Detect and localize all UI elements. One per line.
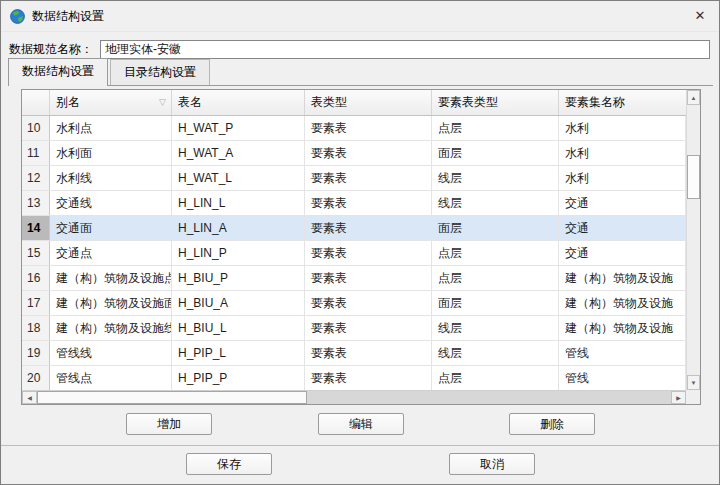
table-cell[interactable]: 线层 (432, 341, 559, 365)
scroll-up-icon[interactable]: ▲ (687, 90, 700, 105)
table-cell[interactable]: 要素表 (305, 291, 432, 315)
table-cell[interactable]: 面层 (432, 291, 559, 315)
column-header[interactable]: 要素表类型 (432, 90, 559, 115)
vertical-scrollbar-thumb[interactable] (687, 155, 700, 199)
table-cell[interactable]: 要素表 (305, 366, 432, 390)
table-cell[interactable]: H_PIP_P (172, 366, 305, 390)
table-cell[interactable]: 交通线 (50, 191, 172, 215)
table-cell[interactable]: 要素表 (305, 216, 432, 240)
table-cell[interactable]: 点层 (432, 241, 559, 265)
table-cell[interactable]: H_WAT_A (172, 141, 305, 165)
table-cell[interactable]: 面层 (432, 141, 559, 165)
table-row[interactable]: 16建（构）筑物及设施点H_BIU_P要素表点层建（构）筑物及设施 (22, 266, 686, 291)
table-cell[interactable]: 管线线 (50, 341, 172, 365)
table-row[interactable]: 15交通点H_LIN_P要素表点层交通 (22, 241, 686, 266)
table-cell[interactable]: 建（构）筑物及设施 (559, 291, 686, 315)
table-cell[interactable]: 水利线 (50, 166, 172, 190)
table-cell[interactable]: H_LIN_A (172, 216, 305, 240)
table-cell[interactable]: 管线 (559, 341, 686, 365)
column-header[interactable]: 表类型 (305, 90, 432, 115)
table-cell[interactable]: 要素表 (305, 141, 432, 165)
table-cell[interactable]: 水利 (559, 141, 686, 165)
table-cell[interactable]: 要素表 (305, 191, 432, 215)
table-cell[interactable]: 管线点 (50, 366, 172, 390)
table-cell[interactable]: 水利 (559, 166, 686, 190)
scroll-down-icon[interactable]: ▼ (687, 375, 700, 390)
table-cell[interactable]: 要素表 (305, 341, 432, 365)
row-number-cell[interactable]: 13 (22, 191, 50, 215)
table-cell[interactable]: 建（构）筑物及设施线 (50, 316, 172, 340)
spec-name-input[interactable] (100, 40, 710, 59)
header-corner-cell[interactable] (22, 90, 50, 115)
add-button[interactable]: 增加 (126, 413, 212, 435)
table-cell[interactable]: 交通 (559, 241, 686, 265)
row-number-cell[interactable]: 19 (22, 341, 50, 365)
table-cell[interactable]: 交通面 (50, 216, 172, 240)
table-row[interactable]: 10水利点H_WAT_P要素表点层水利 (22, 116, 686, 141)
table-cell[interactable]: 点层 (432, 116, 559, 140)
table-cell[interactable]: 点层 (432, 266, 559, 290)
table-cell[interactable]: 水利 (559, 116, 686, 140)
column-header[interactable]: 要素集名称 (559, 90, 686, 115)
table-cell[interactable]: H_LIN_P (172, 241, 305, 265)
table-cell[interactable]: 要素表 (305, 241, 432, 265)
table-cell[interactable]: H_BIU_L (172, 316, 305, 340)
table-row[interactable]: 11水利面H_WAT_A要素表面层水利 (22, 141, 686, 166)
table-cell[interactable]: 要素表 (305, 116, 432, 140)
close-icon[interactable]: ✕ (681, 1, 719, 30)
table-row[interactable]: 19管线线H_PIP_L要素表线层管线 (22, 341, 686, 366)
edit-button[interactable]: 编辑 (318, 413, 404, 435)
cancel-button[interactable]: 取消 (449, 453, 535, 475)
row-number-cell[interactable]: 12 (22, 166, 50, 190)
row-number-cell[interactable]: 11 (22, 141, 50, 165)
table-cell[interactable]: H_WAT_L (172, 166, 305, 190)
table-cell[interactable]: 要素表 (305, 266, 432, 290)
table-cell[interactable]: 交通 (559, 216, 686, 240)
table-cell[interactable]: H_LIN_L (172, 191, 305, 215)
table-cell[interactable]: 水利点 (50, 116, 172, 140)
table-cell[interactable]: 管线 (559, 366, 686, 390)
table-cell[interactable]: 线层 (432, 316, 559, 340)
table-row[interactable]: 20管线点H_PIP_P要素表点层管线 (22, 366, 686, 390)
tab-directory-structure[interactable]: 目录结构设置 (110, 59, 210, 85)
table-cell[interactable]: 建（构）筑物及设施面 (50, 291, 172, 315)
horizontal-scrollbar-thumb[interactable] (37, 391, 307, 404)
table-cell[interactable]: 建（构）筑物及设施 (559, 316, 686, 340)
table-cell[interactable]: 要素表 (305, 166, 432, 190)
table-cell[interactable]: 要素表 (305, 316, 432, 340)
table-row[interactable]: 14交通面H_LIN_A要素表面层交通 (22, 216, 686, 241)
scroll-left-icon[interactable]: ◀ (22, 391, 37, 404)
table-cell[interactable]: 交通 (559, 191, 686, 215)
table-cell[interactable]: 点层 (432, 366, 559, 390)
column-header[interactable]: 别名▽ (50, 90, 172, 115)
table-cell[interactable]: 线层 (432, 166, 559, 190)
table-row[interactable]: 13交通线H_LIN_L要素表线层交通 (22, 191, 686, 216)
table-cell[interactable]: 线层 (432, 191, 559, 215)
table-cell[interactable]: H_WAT_P (172, 116, 305, 140)
table-cell[interactable]: 建（构）筑物及设施 (559, 266, 686, 290)
vertical-scrollbar[interactable]: ▲ ▼ (686, 90, 700, 390)
table-cell[interactable]: 建（构）筑物及设施点 (50, 266, 172, 290)
table-cell[interactable]: 交通点 (50, 241, 172, 265)
table-cell[interactable]: 水利面 (50, 141, 172, 165)
row-number-cell[interactable]: 20 (22, 366, 50, 390)
scroll-right-icon[interactable]: ▶ (671, 391, 686, 404)
delete-button[interactable]: 删除 (509, 413, 595, 435)
table-row[interactable]: 17建（构）筑物及设施面H_BIU_A要素表面层建（构）筑物及设施 (22, 291, 686, 316)
table-row[interactable]: 18建（构）筑物及设施线H_BIU_L要素表线层建（构）筑物及设施 (22, 316, 686, 341)
row-number-cell[interactable]: 14 (22, 216, 50, 240)
row-number-cell[interactable]: 17 (22, 291, 50, 315)
tab-data-structure[interactable]: 数据结构设置 (8, 58, 108, 86)
horizontal-scrollbar[interactable]: ◀ ▶ (22, 390, 686, 404)
row-number-cell[interactable]: 15 (22, 241, 50, 265)
row-number-cell[interactable]: 18 (22, 316, 50, 340)
column-header[interactable]: 表名 (172, 90, 305, 115)
table-row[interactable]: 12水利线H_WAT_L要素表线层水利 (22, 166, 686, 191)
row-number-cell[interactable]: 10 (22, 116, 50, 140)
table-cell[interactable]: H_BIU_A (172, 291, 305, 315)
save-button[interactable]: 保存 (186, 453, 272, 475)
table-cell[interactable]: 面层 (432, 216, 559, 240)
row-number-cell[interactable]: 16 (22, 266, 50, 290)
table-cell[interactable]: H_BIU_P (172, 266, 305, 290)
table-cell[interactable]: H_PIP_L (172, 341, 305, 365)
